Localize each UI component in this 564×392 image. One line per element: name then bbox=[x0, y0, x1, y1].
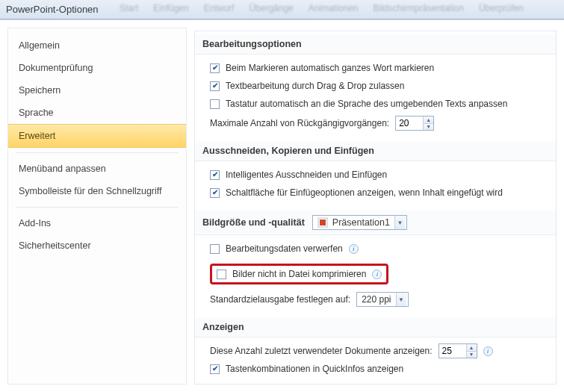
info-icon[interactable]: i bbox=[349, 244, 359, 254]
spin-up-icon[interactable]: ▲ bbox=[467, 344, 477, 352]
label-keyboard-lang: Tastatur automatisch an die Sprache des … bbox=[226, 99, 507, 109]
section-title-image: Bildgröße und -qualität bbox=[202, 217, 305, 228]
background-ribbon-tabs: Start Einfügen Entwurf Übergänge Animati… bbox=[120, 3, 524, 13]
undo-count-input[interactable] bbox=[396, 116, 423, 130]
checkbox-keyboard-lang[interactable] bbox=[210, 99, 220, 109]
options-sidebar: Allgemein Dokumentprüfung Speichern Spra… bbox=[7, 28, 187, 385]
sidebar-separator bbox=[16, 207, 179, 208]
checkbox-no-compress[interactable] bbox=[217, 270, 226, 279]
svg-rect-1 bbox=[320, 220, 326, 225]
sidebar-item-addins[interactable]: Add-Ins bbox=[8, 212, 186, 234]
title-bar: PowerPoint-Optionen Start Einfügen Entwu… bbox=[0, 0, 564, 19]
section-head-edit: Bearbeitungsoptionen bbox=[195, 34, 556, 55]
checkbox-smart-cut[interactable] bbox=[210, 170, 220, 180]
sidebar-item-schnellzugriff[interactable]: Symbolleiste für den Schnellzugriff bbox=[8, 180, 186, 202]
sidebar-item-sprache[interactable]: Sprache bbox=[8, 102, 186, 124]
sidebar-item-speichern[interactable]: Speichern bbox=[8, 79, 186, 102]
label-discard-edit-data: Bearbeitungsdaten verwerfen bbox=[226, 243, 343, 254]
sidebar-item-menueband[interactable]: Menüband anpassen bbox=[8, 158, 186, 180]
spin-up-icon[interactable]: ▲ bbox=[424, 116, 433, 124]
sidebar-item-allgemein[interactable]: Allgemein bbox=[8, 34, 186, 57]
highlight-box: Bilder nicht in Datei komprimieren i bbox=[210, 264, 388, 284]
info-icon[interactable]: i bbox=[483, 346, 493, 356]
label-undo-count: Maximale Anzahl von Rückgängigvorgängen: bbox=[210, 118, 389, 128]
checkbox-select-whole-word[interactable] bbox=[210, 63, 220, 73]
sidebar-item-dokumentpruefung[interactable]: Dokumentprüfung bbox=[8, 57, 186, 79]
section-head-image: Bildgröße und -qualität Präsentation1 ▼ bbox=[195, 211, 556, 235]
checkbox-paste-button[interactable] bbox=[210, 188, 220, 198]
label-target-output: Standardzielausgabe festlegen auf: bbox=[210, 294, 350, 305]
section-head-clipboard: Ausschneiden, Kopieren und Einfügen bbox=[195, 141, 556, 161]
label-no-compress: Bilder nicht in Datei komprimieren bbox=[232, 269, 366, 279]
target-output-dropdown[interactable]: 220 ppi ▼ bbox=[356, 292, 408, 307]
label-drag-drop: Textbearbeitung durch Drag & Drop zulass… bbox=[226, 81, 404, 91]
spin-down-icon[interactable]: ▼ bbox=[467, 352, 477, 358]
checkbox-discard-edit-data[interactable] bbox=[210, 244, 220, 254]
spin-down-icon[interactable]: ▼ bbox=[424, 124, 433, 131]
recent-count-spinner[interactable]: ▲ ▼ bbox=[439, 343, 477, 358]
image-scope-dropdown[interactable]: Präsentation1 ▼ bbox=[312, 215, 407, 230]
label-paste-button: Schaltfläche für Einfügeoptionen anzeige… bbox=[226, 187, 503, 198]
undo-count-spinner[interactable]: ▲ ▼ bbox=[395, 116, 434, 131]
chevron-down-icon[interactable]: ▼ bbox=[394, 216, 405, 229]
checkbox-shortcuts-tooltips[interactable] bbox=[210, 364, 220, 374]
info-icon[interactable]: i bbox=[372, 270, 382, 279]
label-recent-count: Diese Anzahl zuletzt verwendeter Dokumen… bbox=[210, 346, 433, 356]
sidebar-item-sicherheitscenter[interactable]: Sicherheitscenter bbox=[8, 234, 186, 257]
window-title: PowerPoint-Optionen bbox=[6, 4, 99, 15]
options-panel: Bearbeitungsoptionen Beim Markieren auto… bbox=[194, 31, 557, 385]
sidebar-separator bbox=[16, 152, 179, 153]
image-scope-value: Präsentation1 bbox=[332, 217, 390, 228]
chevron-down-icon[interactable]: ▼ bbox=[396, 293, 406, 306]
sidebar-item-erweitert[interactable]: Erweitert bbox=[8, 124, 186, 148]
label-smart-cut: Intelligentes Ausschneiden und Einfügen bbox=[226, 169, 387, 180]
label-select-whole-word: Beim Markieren automatisch ganzes Wort m… bbox=[226, 63, 434, 73]
recent-count-input[interactable] bbox=[439, 344, 466, 358]
target-output-value: 220 ppi bbox=[362, 294, 391, 305]
section-head-display: Anzeigen bbox=[195, 317, 556, 337]
powerpoint-file-icon bbox=[317, 217, 328, 228]
label-shortcuts-tooltips: Tastenkombinationen in QuickInfos anzeig… bbox=[226, 364, 403, 374]
checkbox-drag-drop[interactable] bbox=[210, 81, 220, 91]
